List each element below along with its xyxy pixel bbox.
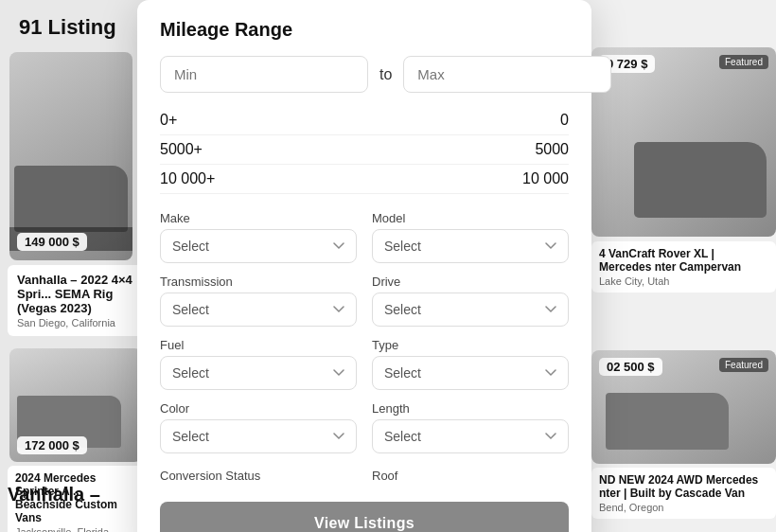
filter-group-drive: Drive Select (372, 275, 569, 327)
mileage-option-0[interactable]: 0+ 0 (160, 106, 569, 135)
card-title-1: Vanhalla – 2022 4×4 Spri... SEMA Rig (Ve… (17, 273, 135, 315)
featured-badge-2: Featured (719, 358, 768, 372)
mileage-option-10000[interactable]: 10 000+ 10 000 (160, 165, 569, 194)
filter-group-transmission: Transmission Select (160, 275, 357, 327)
filter-select-color[interactable]: Select (160, 419, 357, 453)
filter-group-type: Type Select (372, 338, 569, 390)
mileage-option-5000[interactable]: 5000+ 5000 (160, 135, 569, 165)
filter-label-model: Model (372, 211, 569, 225)
filter-group-color: Color Select (160, 401, 357, 453)
listings-count: 91 Listing (19, 15, 116, 40)
filter-group-length: Length Select (372, 401, 569, 453)
mileage-max-input[interactable] (403, 56, 611, 93)
filter-group-model: Model Select (372, 211, 569, 263)
filter-group-roof: Roof (372, 469, 569, 487)
mileage-to-label: to (379, 66, 392, 83)
filter-label-length: Length (372, 401, 569, 416)
filter-label-fuel: Fuel (160, 338, 357, 352)
filter-group-fuel: Fuel Select (160, 338, 357, 390)
card-price-1: 149 000 $ (17, 233, 87, 251)
mileage-min-input[interactable] (160, 56, 368, 93)
filter-label-transmission: Transmission (160, 275, 357, 289)
bottom-filter-row: Conversion Status Roof (160, 469, 569, 487)
filter-group-make: Make Select (160, 211, 357, 263)
filter-select-fuel[interactable]: Select (160, 356, 357, 390)
filter-label-roof: Roof (372, 469, 569, 483)
mileage-range-row: to (160, 56, 569, 93)
filter-label-conversion-status: Conversion Status (160, 469, 357, 483)
filter-label-color: Color (160, 401, 357, 416)
card-title-3: 4 VanCraft Rover XL | Mercedes nter Camp… (599, 247, 768, 274)
card-title-4: ND NEW 2024 AWD Mercedes nter | Built by… (599, 473, 768, 500)
card-price-2: 172 000 $ (17, 436, 87, 454)
mileage-options: 0+ 0 5000+ 5000 10 000+ 10 000 (160, 106, 569, 194)
card-price-4: 02 500 $ (599, 358, 662, 376)
card-location-3: Lake City, Utah (599, 275, 768, 287)
filter-label-drive: Drive (372, 275, 569, 289)
card-info-4: ND NEW 2024 AWD Mercedes nter | Built by… (591, 468, 776, 519)
filter-label-type: Type (372, 338, 569, 352)
filter-panel: Mileage Range to 0+ 0 5000+ 5000 10 000+… (137, 0, 591, 532)
card-info-3: 4 VanCraft Rover XL | Mercedes nter Camp… (591, 241, 776, 293)
filter-label-make: Make (160, 211, 357, 225)
card-location-1: San Diego, California (17, 317, 135, 328)
panel-title: Mileage Range (160, 19, 569, 41)
filter-select-make[interactable]: Select (160, 229, 357, 263)
card-info-1: Vanhalla – 2022 4×4 Spri... SEMA Rig (Ve… (8, 265, 145, 336)
listing-title-big: Vanhalla – (8, 484, 100, 505)
filter-select-type[interactable]: Select (372, 356, 569, 390)
filter-grid: Make Select Model Select Transmission Se… (160, 211, 569, 453)
card-location-4: Bend, Oregon (599, 502, 768, 513)
featured-badge-1: Featured (719, 55, 768, 69)
filter-select-drive[interactable]: Select (372, 293, 569, 327)
filter-select-transmission[interactable]: Select (160, 293, 357, 327)
filter-select-length[interactable]: Select (372, 419, 569, 453)
card-location-2: Jacksonville, Florida (15, 526, 137, 532)
view-listings-button[interactable]: View Listings (160, 502, 569, 532)
filter-group-conversion-status: Conversion Status (160, 469, 357, 487)
filter-select-model[interactable]: Select (372, 229, 569, 263)
